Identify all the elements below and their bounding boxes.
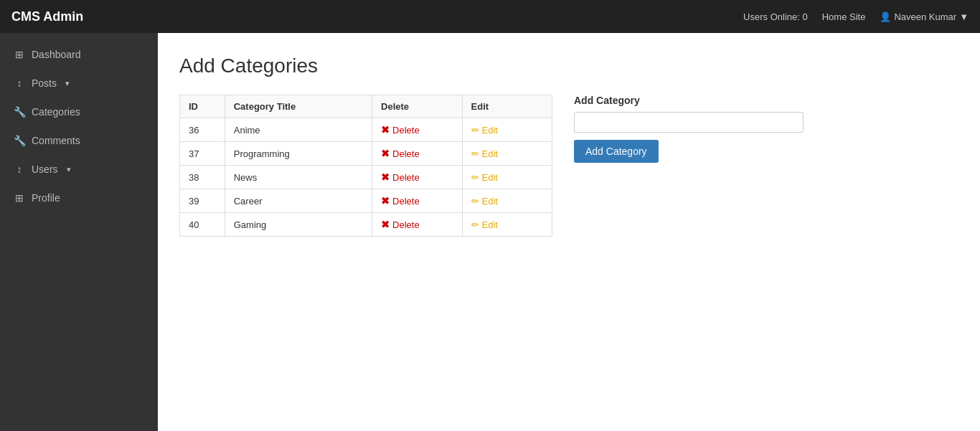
sidebar-item-label: Users: [32, 164, 58, 175]
cell-edit: ✏Edit: [462, 213, 552, 237]
pencil-icon: ✏: [471, 148, 479, 159]
col-header-id: ID: [180, 95, 225, 118]
delete-button[interactable]: ✖Delete: [381, 148, 420, 159]
users-icon: ↕: [13, 164, 26, 175]
table-row: 38News✖Delete✏Edit: [180, 166, 552, 189]
cell-edit: ✏Edit: [462, 166, 552, 189]
edit-button[interactable]: ✏Edit: [471, 196, 498, 207]
delete-label: Delete: [392, 172, 420, 183]
comments-icon: 🔧: [13, 135, 26, 146]
users-online: Users Online: 0: [743, 11, 808, 22]
edit-label: Edit: [482, 125, 498, 136]
cell-delete: ✖Delete: [372, 166, 462, 189]
chevron-down-icon: ▾: [65, 79, 70, 88]
content-area: ID Category Title Delete Edit 36Anime✖De…: [179, 95, 958, 237]
cell-delete: ✖Delete: [372, 142, 462, 166]
categories-table: ID Category Title Delete Edit 36Anime✖De…: [179, 95, 552, 237]
sidebar-item-label: Profile: [32, 192, 60, 204]
navbar-right: Users Online: 0 Home Site 👤 Naveen Kumar…: [743, 11, 969, 22]
sidebar: ⊞ Dashboard ↕ Posts ▾ 🔧 Categories 🔧 Com…: [0, 33, 158, 431]
delete-button[interactable]: ✖Delete: [381, 195, 420, 207]
col-header-title: Category Title: [225, 95, 372, 118]
cell-edit: ✏Edit: [462, 142, 552, 166]
cell-id: 37: [180, 142, 225, 166]
sidebar-item-users[interactable]: ↕ Users ▾: [0, 155, 158, 184]
layout: ⊞ Dashboard ↕ Posts ▾ 🔧 Categories 🔧 Com…: [0, 33, 980, 431]
posts-icon: ↕: [13, 77, 26, 89]
table-row: 37Programming✖Delete✏Edit: [180, 142, 552, 166]
delete-label: Delete: [392, 219, 420, 230]
col-header-edit: Edit: [462, 95, 552, 118]
delete-label: Delete: [392, 196, 420, 207]
cell-id: 38: [180, 166, 225, 189]
x-icon: ✖: [381, 195, 390, 207]
categories-icon: 🔧: [13, 106, 26, 118]
add-category-label: Add Category: [574, 95, 804, 106]
delete-button[interactable]: ✖Delete: [381, 219, 420, 230]
table-row: 39Career✖Delete✏Edit: [180, 189, 552, 213]
x-icon: ✖: [381, 124, 390, 136]
navbar: CMS Admin Users Online: 0 Home Site 👤 Na…: [0, 0, 980, 33]
edit-label: Edit: [482, 148, 498, 159]
x-icon: ✖: [381, 171, 390, 183]
table-row: 40Gaming✖Delete✏Edit: [180, 213, 552, 237]
page-title: Add Categories: [179, 55, 958, 77]
cell-title: Gaming: [225, 213, 372, 237]
pencil-icon: ✏: [471, 125, 479, 136]
col-header-delete: Delete: [372, 95, 462, 118]
dashboard-icon: ⊞: [13, 49, 26, 60]
edit-button[interactable]: ✏Edit: [471, 148, 498, 159]
cell-delete: ✖Delete: [372, 213, 462, 237]
chevron-down-icon: ▾: [67, 165, 71, 174]
table-row: 36Anime✖Delete✏Edit: [180, 118, 552, 142]
sidebar-item-posts[interactable]: ↕ Posts ▾: [0, 69, 158, 98]
dropdown-arrow-icon: ▼: [959, 11, 969, 22]
edit-button[interactable]: ✏Edit: [471, 172, 498, 183]
add-category-panel: Add Category Add Category: [574, 95, 804, 163]
sidebar-item-categories[interactable]: 🔧 Categories: [0, 98, 158, 126]
edit-button[interactable]: ✏Edit: [471, 219, 498, 230]
add-category-input[interactable]: [574, 112, 804, 133]
delete-button[interactable]: ✖Delete: [381, 124, 420, 136]
pencil-icon: ✏: [471, 196, 479, 207]
pencil-icon: ✏: [471, 172, 479, 183]
edit-label: Edit: [482, 219, 498, 230]
cell-id: 40: [180, 213, 225, 237]
cell-id: 36: [180, 118, 225, 142]
sidebar-item-label: Categories: [32, 106, 80, 118]
main-content: Add Categories ID Category Title Delete …: [158, 33, 980, 431]
sidebar-item-label: Dashboard: [32, 49, 81, 60]
cell-delete: ✖Delete: [372, 118, 462, 142]
cell-edit: ✏Edit: [462, 189, 552, 213]
sidebar-item-profile[interactable]: ⊞ Profile: [0, 184, 158, 212]
cell-title: Anime: [225, 118, 372, 142]
sidebar-item-label: Posts: [32, 77, 57, 89]
cell-title: Career: [225, 189, 372, 213]
profile-icon: ⊞: [13, 192, 26, 204]
user-menu[interactable]: 👤 Naveen Kumar ▼: [880, 11, 969, 22]
edit-label: Edit: [482, 196, 498, 207]
cell-title: Programming: [225, 142, 372, 166]
home-site-link[interactable]: Home Site: [822, 11, 866, 22]
sidebar-item-comments[interactable]: 🔧 Comments: [0, 126, 158, 155]
cell-id: 39: [180, 189, 225, 213]
x-icon: ✖: [381, 219, 390, 230]
edit-button[interactable]: ✏Edit: [471, 125, 498, 136]
cell-title: News: [225, 166, 372, 189]
navbar-brand: CMS Admin: [11, 9, 83, 24]
x-icon: ✖: [381, 148, 390, 159]
user-icon: 👤: [880, 11, 891, 22]
edit-label: Edit: [482, 172, 498, 183]
add-category-button[interactable]: Add Category: [574, 140, 659, 163]
pencil-icon: ✏: [471, 219, 479, 230]
delete-button[interactable]: ✖Delete: [381, 171, 420, 183]
cell-edit: ✏Edit: [462, 118, 552, 142]
cell-delete: ✖Delete: [372, 189, 462, 213]
sidebar-item-label: Comments: [32, 135, 80, 146]
user-name: Naveen Kumar: [894, 11, 956, 22]
sidebar-item-dashboard[interactable]: ⊞ Dashboard: [0, 40, 158, 69]
delete-label: Delete: [392, 125, 420, 136]
delete-label: Delete: [392, 148, 420, 159]
